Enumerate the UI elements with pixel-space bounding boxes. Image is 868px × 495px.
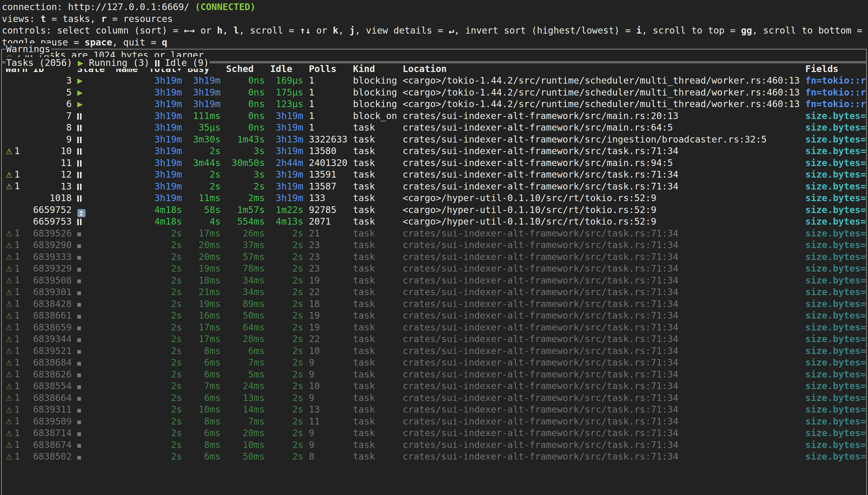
task-kind-cell: blocking [353,87,397,99]
task-row[interactable]: ⚠16838661■2s16ms50ms2s19taskcrates/sui-i… [2,310,866,322]
task-id-cell: 6839329 [33,263,71,275]
task-row[interactable]: 93h19m3m30s1m43s3h13m3322633taskcrates/s… [2,134,866,146]
task-sched-cell: 2s [226,181,265,192]
task-sched-cell: 0ns [226,87,265,99]
task-idle-cell: 2s [270,333,303,345]
column-header-polls[interactable]: Polls [309,63,347,75]
task-row[interactable]: ⚠16839521■2s8ms6ms2s10taskcrates/sui-ind… [2,345,866,357]
task-row[interactable]: ⚠16839290■2s20ms37ms2s23taskcrates/sui-i… [2,239,866,251]
task-warn-cell: ⚠1 [5,404,28,416]
column-header-location[interactable]: Location [403,63,800,75]
task-row[interactable]: ⚠16839508■2s18ms34ms2s19taskcrates/sui-i… [2,275,866,287]
task-row[interactable]: ⚠1133h19m2s2s3h19m13587taskcrates/sui-in… [2,181,866,192]
task-id-cell: 6838502 [33,451,71,463]
task-id-cell: 6839290 [33,239,71,251]
task-idle-cell: 175µs [270,87,303,99]
task-row[interactable]: ⚠16839333■2s20ms57ms2s23taskcrates/sui-i… [2,251,866,263]
task-polls-cell: 3322633 [309,134,347,146]
task-row[interactable]: ⚠16838502■2s6ms50ms2s8taskcrates/sui-ind… [2,451,866,463]
task-row[interactable]: ⚠16838714■2s6ms20ms2s9taskcrates/sui-ind… [2,427,866,439]
task-location-cell: crates/sui-indexer-alt-framework/src/tas… [403,275,800,287]
column-header-sched[interactable]: Sched [226,63,265,75]
task-fields-cell: size.bytes= [805,298,866,310]
task-kind-cell: task [353,251,397,263]
pause-line: toggle pause = space, quit = q [0,37,868,49]
task-busy-cell: 58s [187,204,220,216]
task-sched-cell: 6ms [226,345,265,357]
task-row[interactable]: 66597534m18s4s554ms4m13s2071task<cargo>/… [2,216,866,228]
task-fields-cell: size.bytes= [805,357,866,369]
task-kind-cell: task [353,134,397,146]
task-warn-cell: ⚠1 [5,251,28,263]
task-busy-cell: 19ms [187,263,220,275]
task-polls-cell: 1 [309,75,347,87]
task-idle-cell: 2s [270,263,303,275]
task-sched-cell: 24ms [226,380,265,392]
task-state-cell [77,122,110,134]
task-idle-cell: 2s [270,345,303,357]
task-row[interactable]: 83h19m35µs0ns3h19m1taskcrates/sui-indexe… [2,122,866,134]
completed-state-icon: ■ [77,336,81,343]
task-total-cell: 3h19m [149,122,182,134]
task-id-cell: 12 [33,169,71,181]
task-state-cell: ■ [77,333,110,346]
task-row[interactable]: 113h19m3m44s30m50s2h44m2401320taskcrates… [2,157,866,169]
task-row[interactable]: ⚠16838626■2s6ms5ms2s9taskcrates/sui-inde… [2,369,866,380]
task-sched-cell: 37ms [226,239,265,251]
task-row[interactable]: ⚠1103h19m2s3s3h19m13580taskcrates/sui-in… [2,145,866,157]
task-row[interactable]: 10183h19m11ms2ms3h19m133task<cargo>/hype… [2,192,866,204]
task-idle-cell: 3h19m [270,122,303,134]
warning-icon: ⚠ [5,440,13,449]
text-segment: , invert sort (highest/lowest) = [454,25,636,36]
task-row[interactable]: ⚠16839509■2s8ms7ms2s11taskcrates/sui-ind… [2,416,866,428]
completed-state-icon: ■ [77,454,81,461]
task-fields-cell: size.bytes= [805,251,866,263]
task-warn-cell: ⚠1 [5,310,28,322]
task-polls-cell: 9 [309,392,347,404]
task-row[interactable]: 3▶3h19m3h19m0ns169µs1blocking<cargo>/tok… [2,75,866,87]
task-idle-cell: 4m13s [270,216,303,228]
task-busy-cell: 6ms [187,357,220,369]
task-row[interactable]: 66597524m18s58s1m57s1m22s92785task<cargo… [2,204,866,216]
text-segment: ↑↓ [300,25,311,36]
task-row[interactable]: ⚠16839329■2s19ms78ms2s23taskcrates/sui-i… [2,263,866,275]
task-row[interactable]: ⚠16838684■2s6ms7ms2s9taskcrates/sui-inde… [2,357,866,369]
task-polls-cell: 1 [309,87,347,99]
task-fields-cell: size.bytes= [805,416,866,428]
task-warn-cell: ⚠1 [5,380,28,392]
task-row[interactable]: 5▶3h19m3h19m0ns175µs1blocking<cargo>/tok… [2,87,866,99]
task-kind-cell: task [353,145,397,157]
task-warn-cell: ⚠1 [5,239,28,252]
task-row[interactable]: ⚠16838428■2s19ms89ms2s18taskcrates/sui-i… [2,298,866,310]
column-header-fields[interactable]: Fields [805,63,866,75]
task-row[interactable]: ⚠16839344■2s17ms28ms2s22taskcrates/sui-i… [2,333,866,345]
task-fields-cell: fn=tokio::r [805,87,866,99]
task-location-cell: crates/sui-indexer-alt-framework/src/tas… [403,228,800,240]
warn-count: 1 [14,380,20,391]
task-fields-cell: size.bytes= [805,369,866,380]
task-id-cell: 7 [33,110,71,122]
task-busy-cell: 18ms [187,275,220,287]
task-row[interactable]: 73h19m111ms0ns3h19m1block_oncrates/sui-i… [2,110,866,122]
task-row[interactable]: ⚠16839311■2s10ms14ms2s13taskcrates/sui-i… [2,404,866,416]
task-row[interactable]: 6▶3h19m3h19m0ns123µs1blocking<cargo>/tok… [2,98,866,110]
task-row[interactable]: ⚠16838674■2s8ms10ms2s9taskcrates/sui-ind… [2,439,866,451]
task-idle-cell: 2s [270,392,303,404]
column-header-kind[interactable]: Kind [353,63,397,75]
task-fields-cell: size.bytes= [805,239,866,251]
task-busy-cell: 20ms [187,239,220,251]
task-id-cell: 8 [33,122,71,134]
task-kind-cell: task [353,298,397,310]
task-row[interactable]: ⚠16838664■2s6ms13ms2s9taskcrates/sui-ind… [2,392,866,404]
task-row[interactable]: ⚠16839526■2s17ms26ms2s21taskcrates/sui-i… [2,228,866,240]
text-segment: t [40,13,46,24]
task-busy-cell: 2s [187,181,220,192]
column-header-idle[interactable]: Idle [270,63,303,75]
task-polls-cell: 9 [309,369,347,380]
task-id-cell: 6838664 [33,392,71,404]
task-row[interactable]: ⚠1123h19m2s3s3h19m13591taskcrates/sui-in… [2,169,866,181]
task-row[interactable]: ⚠16838554■2s7ms24ms2s10taskcrates/sui-in… [2,380,866,392]
task-row[interactable]: ⚠16838659■2s17ms64ms2s19taskcrates/sui-i… [2,322,866,334]
task-row[interactable]: ⚠16839301■2s21ms34ms2s22taskcrates/sui-i… [2,286,866,298]
task-polls-cell: 23 [309,239,347,251]
